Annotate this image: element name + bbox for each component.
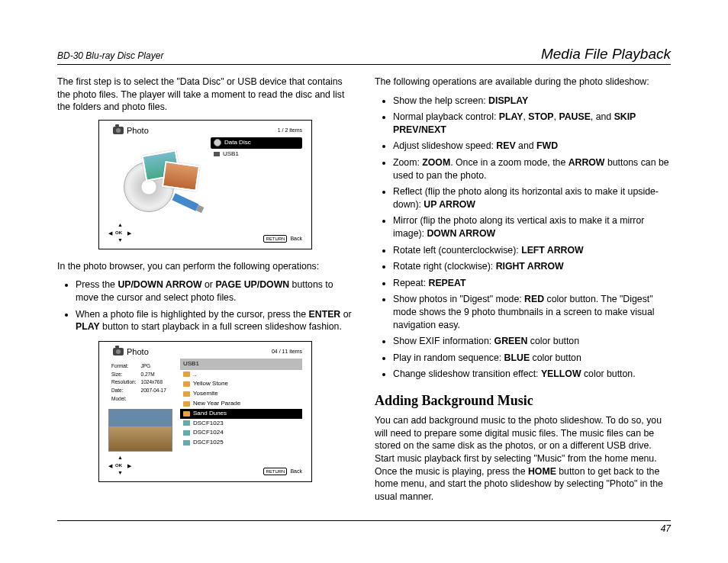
browser-ops-list: Press the UP/DOWN ARROW or PAGE UP/DOWN …	[57, 278, 353, 333]
list-item[interactable]: DSCF1025	[180, 438, 302, 448]
image-icon	[183, 430, 190, 436]
folder-icon	[183, 411, 190, 417]
bg-music-para: You can add background music to the phot…	[375, 414, 671, 503]
screenshot-photo-browser: Photo 04 / 11 items Format:JPGSize:0.27M…	[98, 341, 312, 482]
source-list: Data Disc USB1	[211, 137, 302, 160]
list-item[interactable]: Yosemite	[180, 389, 302, 399]
list-item[interactable]: Sand Dunes	[180, 409, 302, 419]
camera-icon	[113, 127, 124, 134]
ops-intro: The following operations are available d…	[375, 76, 671, 88]
folder-icon	[183, 381, 190, 387]
image-icon	[183, 440, 190, 446]
header-left: BD-30 Blu-ray Disc Player	[57, 50, 163, 61]
list-item: Zoom: ZOOM. Once in a zoom mode, the ARR…	[393, 156, 671, 182]
shot1-count: 1 / 2 items	[278, 127, 302, 134]
photo-thumbnail	[108, 409, 172, 452]
folder-icon	[183, 401, 190, 407]
list-item: Show photos in "Digest" mode: RED color …	[393, 293, 671, 331]
browser-intro: In the photo browser, you can perform th…	[57, 260, 353, 273]
slideshow-ops-list: Show the help screen: DISPLAYNormal play…	[375, 95, 671, 381]
page-footer: 47	[57, 520, 671, 534]
section-heading-bg-music: Adding Background Music	[375, 391, 671, 410]
header-right: Media File Playback	[541, 46, 671, 63]
list-item[interactable]: USB1	[211, 149, 302, 160]
folder-icon	[183, 391, 190, 397]
list-item: Mirror (flip the photo along its vertica…	[393, 214, 671, 240]
list-item: Press the UP/DOWN ARROW or PAGE UP/DOWN …	[76, 278, 353, 304]
list-item: Rotate left (counterclockwise): LEFT ARR…	[393, 244, 671, 257]
screenshot-source-select: Photo 1 / 2 items Data Disc	[98, 120, 312, 249]
return-hint: RETURN Back	[263, 235, 302, 243]
list-item[interactable]: DSCF1024	[180, 428, 302, 438]
list-item: Adjust slideshow speed: REV and FWD	[393, 140, 671, 153]
return-hint: RETURN Back	[263, 468, 302, 475]
list-item: Reflect (flip the photo along its horizo…	[393, 185, 671, 211]
shot2-title: Photo	[127, 346, 149, 358]
list-item[interactable]: Yellow Stone	[180, 379, 302, 389]
list-item: Show EXIF information: GREEN color butto…	[393, 335, 671, 348]
usb-icon	[214, 152, 220, 156]
intro-para: The first step is to select the "Data Di…	[57, 76, 353, 114]
list-item: When a photo file is highlighted by the …	[76, 308, 353, 333]
photo-meta-panel: Format:JPGSize:0.27MResolution:1024x768D…	[108, 362, 174, 452]
disc-icon	[214, 139, 221, 146]
list-item[interactable]: New Year Parade	[180, 399, 302, 409]
list-item[interactable]: ..	[180, 370, 302, 380]
right-column: The following operations are available d…	[375, 76, 671, 509]
nav-pad-icon: ▲▼ ◀▶ OK	[110, 455, 130, 475]
media-artwork	[118, 148, 201, 215]
list-item: Rotate right (clockwise): RIGHT ARROW	[393, 260, 671, 273]
file-list: USB1 ..Yellow StoneYosemiteNew Year Para…	[180, 359, 302, 448]
list-item[interactable]: Data Disc	[211, 137, 302, 149]
list-item: Change slideshow transition effect: YELL…	[393, 368, 671, 381]
camera-icon	[113, 348, 124, 355]
image-icon	[183, 420, 190, 426]
nav-pad-icon: ▲▼ ◀▶ OK	[110, 223, 130, 243]
page-number: 47	[661, 523, 671, 534]
folder-icon	[183, 372, 190, 377]
list-item[interactable]: DSCF1023	[180, 419, 302, 429]
page-header: BD-30 Blu-ray Disc Player Media File Pla…	[57, 46, 671, 65]
list-item: Play in random sequence: BLUE color butt…	[393, 352, 671, 365]
list-item: Show the help screen: DISPLAY	[393, 95, 671, 108]
left-column: The first step is to select the "Data Di…	[57, 76, 353, 509]
shot2-count: 04 / 11 items	[272, 348, 302, 355]
shot1-title: Photo	[127, 125, 149, 137]
list-item: Normal playback control: PLAY, STOP, PAU…	[393, 111, 671, 136]
file-list-header: USB1	[180, 359, 302, 370]
list-item: Repeat: REPEAT	[393, 277, 671, 290]
